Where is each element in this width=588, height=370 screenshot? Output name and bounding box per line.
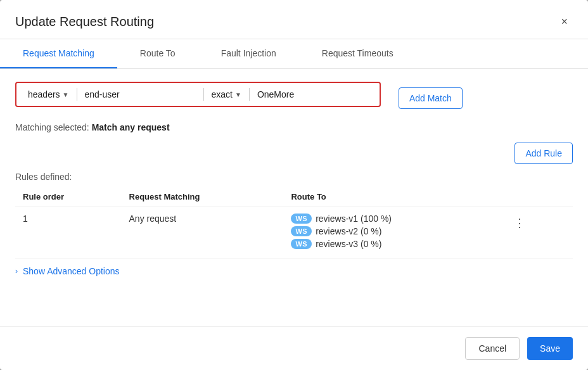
- rule-order-cell: 1: [15, 207, 122, 258]
- route-text-1: reviews-v2 (0 %): [316, 226, 381, 236]
- add-match-button[interactable]: Add Match: [399, 87, 463, 109]
- close-button[interactable]: ×: [556, 13, 573, 31]
- tab-request-timeouts[interactable]: Request Timeouts: [299, 39, 416, 68]
- advanced-options[interactable]: › Show Advanced Options: [15, 258, 573, 284]
- advanced-options-label: Show Advanced Options: [23, 266, 120, 276]
- more-options-button[interactable]: ⋮: [509, 214, 532, 233]
- add-rule-button[interactable]: Add Rule: [514, 143, 573, 164]
- table-head: Rule order Request Matching Route To: [15, 187, 573, 207]
- matching-info: Matching selected: Match any request: [15, 122, 573, 132]
- tabs: Request Matching Route To Fault Injectio…: [0, 39, 588, 69]
- route-entry-0: WS reviews-v1 (100 %): [291, 214, 494, 224]
- rule-actions-cell: ⋮: [501, 207, 573, 258]
- match-operator-value: exact: [212, 89, 233, 99]
- col-rule-order: Rule order: [15, 187, 122, 207]
- col-route-to: Route To: [283, 187, 501, 207]
- route-entry-1: WS reviews-v2 (0 %): [291, 226, 494, 236]
- rules-defined-label: Rules defined:: [15, 172, 573, 182]
- modal-header: Update Request Routing ×: [0, 0, 588, 31]
- modal-title: Update Request Routing: [15, 15, 154, 29]
- modal-footer: Cancel Save: [0, 326, 588, 370]
- route-entry-2: WS reviews-v3 (0 %): [291, 239, 494, 249]
- ws-badge-0: WS: [291, 214, 312, 224]
- modal: Update Request Routing × Request Matchin…: [0, 0, 588, 370]
- tab-fault-injection[interactable]: Fault Injection: [198, 39, 299, 68]
- modal-body: headers ▼ exact ▼ Add Match Matching: [0, 69, 588, 326]
- separator-3: [249, 88, 250, 101]
- tab-request-matching[interactable]: Request Matching: [0, 39, 117, 68]
- table-row: 1 Any request WS reviews-v1 (100 %) WS r…: [15, 207, 573, 258]
- match-input-row: headers ▼ exact ▼ Add Match: [15, 82, 573, 115]
- match-criteria-box: headers ▼ exact ▼: [15, 82, 381, 107]
- separator-2: [203, 88, 204, 101]
- table-header-row: Rule order Request Matching Route To: [15, 187, 573, 207]
- match-operator-select[interactable]: exact ▼: [207, 87, 246, 102]
- tab-route-to[interactable]: Route To: [117, 39, 198, 68]
- ws-badge-2: WS: [291, 239, 312, 249]
- rule-routes-cell: WS reviews-v1 (100 %) WS reviews-v2 (0 %…: [283, 207, 501, 258]
- route-text-0: reviews-v1 (100 %): [316, 214, 392, 224]
- cancel-button[interactable]: Cancel: [465, 337, 520, 360]
- match-value-input[interactable]: [252, 87, 373, 102]
- ws-badge-1: WS: [291, 226, 312, 236]
- match-operator-chevron: ▼: [235, 91, 241, 98]
- match-key-input[interactable]: [80, 87, 201, 102]
- col-request-matching: Request Matching: [122, 187, 284, 207]
- table-body: 1 Any request WS reviews-v1 (100 %) WS r…: [15, 207, 573, 258]
- match-type-value: headers: [28, 89, 60, 99]
- modal-overlay: Update Request Routing × Request Matchin…: [0, 0, 588, 370]
- match-type-chevron: ▼: [63, 91, 69, 98]
- separator-1: [77, 88, 77, 101]
- rules-table: Rule order Request Matching Route To 1 A…: [15, 187, 573, 258]
- match-type-select[interactable]: headers ▼: [23, 87, 74, 102]
- rules-header: Add Rule: [15, 143, 573, 164]
- col-actions: [501, 187, 573, 207]
- advanced-options-chevron: ›: [15, 267, 18, 276]
- save-button[interactable]: Save: [527, 337, 573, 360]
- rule-matching-cell: Any request: [122, 207, 284, 258]
- route-text-2: reviews-v3 (0 %): [316, 239, 381, 249]
